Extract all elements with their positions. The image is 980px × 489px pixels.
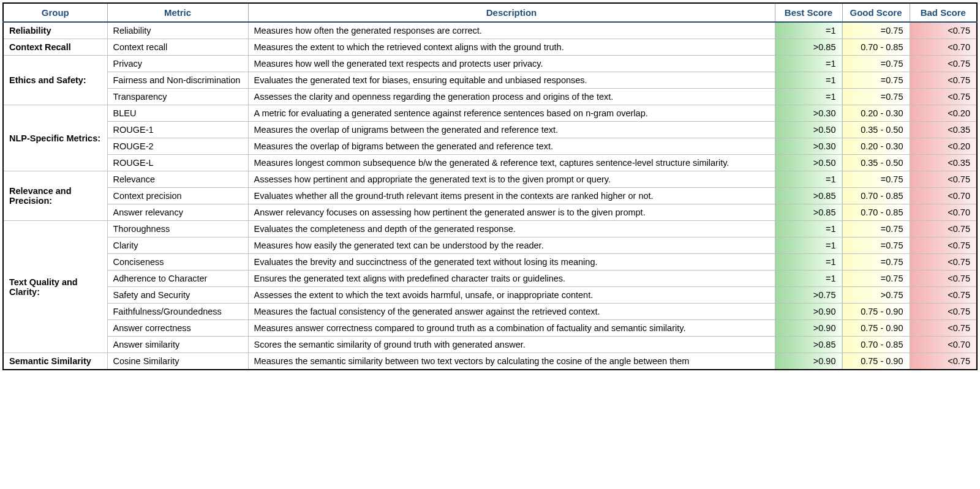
bad-score-cell: <0.75 <box>910 237 977 254</box>
best-score-cell: =1 <box>775 237 842 254</box>
bad-score-cell: <0.75 <box>910 320 977 337</box>
table-row: Ethics and Safety:PrivacyMeasures how we… <box>3 56 977 72</box>
good-score-cell: 0.70 - 0.85 <box>842 337 910 353</box>
metric-cell: Answer similarity <box>107 337 248 353</box>
metric-cell: Relevance <box>107 171 248 188</box>
header-metric: Metric <box>107 3 248 22</box>
good-score-cell: =0.75 <box>842 221 910 237</box>
description-cell: Measures longest common subsequence b/w … <box>248 155 775 171</box>
table-row: NLP-Specific Metrics:BLEUA metric for ev… <box>3 105 977 122</box>
good-score-cell: >0.75 <box>842 287 910 304</box>
table-row: ROUGE-LMeasures longest common subsequen… <box>3 155 977 171</box>
description-cell: Scores the semantic similarity of ground… <box>248 337 775 353</box>
best-score-cell: >0.90 <box>775 353 842 370</box>
table-row: Context RecallContext recallMeasures the… <box>3 39 977 56</box>
best-score-cell: >0.75 <box>775 287 842 304</box>
metric-cell: Privacy <box>107 56 248 72</box>
table-row: Answer relevancyAnswer relevancy focuses… <box>3 204 977 221</box>
metric-cell: Context precision <box>107 188 248 204</box>
good-score-cell: 0.20 - 0.30 <box>842 138 910 155</box>
description-cell: Assesses the clarity and openness regard… <box>248 89 775 105</box>
good-score-cell: =0.75 <box>842 271 910 287</box>
header-group: Group <box>3 3 107 22</box>
bad-score-cell: <0.35 <box>910 122 977 138</box>
table-row: ROUGE-1Measures the overlap of unigrams … <box>3 122 977 138</box>
description-cell: Answer relevancy focuses on assessing ho… <box>248 204 775 221</box>
metric-cell: Safety and Security <box>107 287 248 304</box>
bad-score-cell: <0.70 <box>910 337 977 353</box>
metric-cell: Conciseness <box>107 254 248 271</box>
description-cell: Measures the factual consistency of the … <box>248 304 775 320</box>
group-cell: Ethics and Safety: <box>3 56 107 105</box>
table-row: Text Quality and Clarity:ThoroughnessEva… <box>3 221 977 237</box>
description-cell: Measures answer correctness compared to … <box>248 320 775 337</box>
description-cell: Measures the extent to which the retriev… <box>248 39 775 56</box>
best-score-cell: >0.85 <box>775 337 842 353</box>
group-cell: Semantic Similarity <box>3 353 107 370</box>
bad-score-cell: <0.70 <box>910 204 977 221</box>
good-score-cell: 0.20 - 0.30 <box>842 105 910 122</box>
best-score-cell: >0.90 <box>775 320 842 337</box>
table-row: ReliabilityReliabilityMeasures how often… <box>3 22 977 39</box>
bad-score-cell: <0.75 <box>910 271 977 287</box>
table-row: Faithfulness/GroundednessMeasures the fa… <box>3 304 977 320</box>
bad-score-cell: <0.70 <box>910 39 977 56</box>
best-score-cell: >0.30 <box>775 105 842 122</box>
table-header-row: Group Metric Description Best Score Good… <box>3 3 977 22</box>
bad-score-cell: <0.20 <box>910 105 977 122</box>
bad-score-cell: <0.75 <box>910 221 977 237</box>
best-score-cell: =1 <box>775 254 842 271</box>
table-row: Adherence to CharacterEnsures the genera… <box>3 271 977 287</box>
metric-cell: Fairness and Non-discrimination <box>107 72 248 89</box>
group-cell: Text Quality and Clarity: <box>3 221 107 353</box>
best-score-cell: >0.85 <box>775 39 842 56</box>
good-score-cell: 0.35 - 0.50 <box>842 122 910 138</box>
bad-score-cell: <0.35 <box>910 155 977 171</box>
bad-score-cell: <0.75 <box>910 254 977 271</box>
metric-cell: Faithfulness/Groundedness <box>107 304 248 320</box>
table-row: ConcisenessEvaluates the brevity and suc… <box>3 254 977 271</box>
description-cell: Evaluates the generated text for biases,… <box>248 72 775 89</box>
metric-cell: ROUGE-2 <box>107 138 248 155</box>
description-cell: Measures the overlap of bigrams between … <box>248 138 775 155</box>
description-cell: Measures the semantic similarity between… <box>248 353 775 370</box>
metric-cell: ROUGE-1 <box>107 122 248 138</box>
table-row: Relevance and Precision:RelevanceAssesse… <box>3 171 977 188</box>
bad-score-cell: <0.75 <box>910 56 977 72</box>
table-body: ReliabilityReliabilityMeasures how often… <box>3 22 977 370</box>
metric-cell: Transparency <box>107 89 248 105</box>
metric-cell: Answer relevancy <box>107 204 248 221</box>
bad-score-cell: <0.75 <box>910 304 977 320</box>
bad-score-cell: <0.75 <box>910 72 977 89</box>
good-score-cell: =0.75 <box>842 89 910 105</box>
metric-cell: Context recall <box>107 39 248 56</box>
good-score-cell: =0.75 <box>842 254 910 271</box>
table-row: TransparencyAssesses the clarity and ope… <box>3 89 977 105</box>
good-score-cell: =0.75 <box>842 237 910 254</box>
table-row: Safety and SecurityAssesses the extent t… <box>3 287 977 304</box>
good-score-cell: =0.75 <box>842 56 910 72</box>
best-score-cell: =1 <box>775 72 842 89</box>
metrics-table: Group Metric Description Best Score Good… <box>2 2 978 370</box>
bad-score-cell: <0.20 <box>910 138 977 155</box>
bad-score-cell: <0.75 <box>910 353 977 370</box>
best-score-cell: >0.30 <box>775 138 842 155</box>
good-score-cell: =0.75 <box>842 22 910 39</box>
best-score-cell: =1 <box>775 56 842 72</box>
description-cell: Assesses how pertinent and appropriate t… <box>248 171 775 188</box>
bad-score-cell: <0.70 <box>910 188 977 204</box>
metric-cell: Adherence to Character <box>107 271 248 287</box>
description-cell: A metric for evaluating a generated sent… <box>248 105 775 122</box>
best-score-cell: >0.90 <box>775 304 842 320</box>
bad-score-cell: <0.75 <box>910 89 977 105</box>
good-score-cell: 0.75 - 0.90 <box>842 320 910 337</box>
metric-cell: Reliability <box>107 22 248 39</box>
group-cell: Reliability <box>3 22 107 39</box>
description-cell: Assesses the extent to which the text av… <box>248 287 775 304</box>
good-score-cell: 0.75 - 0.90 <box>842 304 910 320</box>
group-cell: NLP-Specific Metrics: <box>3 105 107 171</box>
description-cell: Evaluates whether all the ground-truth r… <box>248 188 775 204</box>
good-score-cell: 0.70 - 0.85 <box>842 188 910 204</box>
header-good: Good Score <box>842 3 910 22</box>
metric-cell: Cosine Similarity <box>107 353 248 370</box>
